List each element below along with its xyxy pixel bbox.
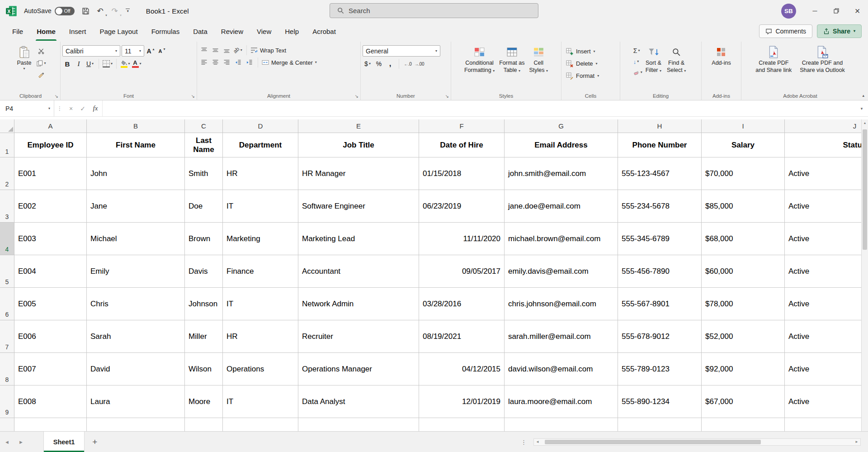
format-cells-button[interactable]: Format▾ <box>563 70 618 81</box>
cell-A9[interactable]: E008 <box>14 385 87 418</box>
column-header-J[interactable]: J <box>785 119 868 133</box>
cell-G10[interactable]: daniel.taylor@email.com <box>505 418 618 431</box>
row-header-8[interactable]: 8 <box>0 353 14 385</box>
fill-color-button[interactable]: ▾ <box>120 59 130 69</box>
cell-J7[interactable]: Active <box>785 320 868 353</box>
bold-button[interactable]: B <box>62 59 72 69</box>
close-button[interactable]: × <box>847 0 868 22</box>
cell-G7[interactable]: sarah.miller@email.com <box>505 320 618 353</box>
restore-button[interactable] <box>826 0 847 22</box>
cell-A1[interactable]: Employee ID <box>14 133 87 157</box>
hscroll-track[interactable] <box>541 439 853 445</box>
cell-H3[interactable]: 555-234-5678 <box>618 190 702 223</box>
cell-E1[interactable]: Job Title <box>298 133 419 157</box>
accounting-format-button[interactable]: $▾ <box>363 59 373 69</box>
cell-J5[interactable]: Active <box>785 255 868 288</box>
row-header-5[interactable]: 5 <box>0 255 14 288</box>
cell-B1[interactable]: First Name <box>87 133 185 157</box>
conditional-formatting-button[interactable]: Conditional Formatting ▾ <box>462 43 497 92</box>
horizontal-scroll-thumb[interactable] <box>545 440 761 444</box>
column-header-D[interactable]: D <box>223 119 298 133</box>
row-header-9[interactable]: 9 <box>0 385 14 418</box>
cell-F1[interactable]: Date of Hire <box>419 133 505 157</box>
cell-E6[interactable]: Network Admin <box>298 288 419 320</box>
cell-G8[interactable]: david.wilson@email.com <box>505 353 618 385</box>
tab-formulas[interactable]: Formulas <box>145 22 187 41</box>
column-header-H[interactable]: H <box>618 119 702 133</box>
horizontal-scrollbar[interactable]: ◄ ► <box>533 438 861 446</box>
increase-indent-button[interactable] <box>244 57 254 67</box>
cell-J2[interactable]: Active <box>785 157 868 190</box>
row-header-10[interactable]: 10 <box>0 418 14 431</box>
cell-J4[interactable]: Active <box>785 223 868 255</box>
row-header-3[interactable]: 3 <box>0 190 14 223</box>
cell-J3[interactable]: Active <box>785 190 868 223</box>
orientation-button[interactable]: ab▾ <box>233 45 243 55</box>
tab-data[interactable]: Data <box>186 22 214 41</box>
cell-C1[interactable]: Last Name <box>185 133 223 157</box>
tab-page-layout[interactable]: Page Layout <box>93 22 144 41</box>
cell-A5[interactable]: E004 <box>14 255 87 288</box>
customize-quick-access-button[interactable]: ▾ <box>123 4 133 18</box>
format-as-table-button[interactable]: Format as Table ▾ <box>497 43 527 92</box>
collapse-ribbon-button[interactable]: ▴ <box>862 93 864 98</box>
cell-J1[interactable]: Status <box>785 133 868 157</box>
cell-D2[interactable]: HR <box>223 157 298 190</box>
tab-view[interactable]: View <box>250 22 278 41</box>
cell-C2[interactable]: Smith <box>185 157 223 190</box>
redo-button[interactable]: ↷▾ <box>108 4 122 18</box>
cell-B6[interactable]: Chris <box>87 288 185 320</box>
cell-H9[interactable]: 555-890-1234 <box>618 385 702 418</box>
row-header-6[interactable]: 6 <box>0 288 14 320</box>
cell-E5[interactable]: Accountant <box>298 255 419 288</box>
column-header-E[interactable]: E <box>298 119 419 133</box>
cell-I10[interactable]: $64,000 <box>702 418 785 431</box>
column-header-F[interactable]: F <box>419 119 505 133</box>
cell-D6[interactable]: IT <box>223 288 298 320</box>
bottom-align-button[interactable] <box>222 45 231 55</box>
add-sheet-button[interactable]: + <box>85 438 105 446</box>
cell-B7[interactable]: Sarah <box>87 320 185 353</box>
row-header-4[interactable]: 4 <box>0 223 14 255</box>
cell-I9[interactable]: $67,000 <box>702 385 785 418</box>
tab-options-dots-icon[interactable]: ⋮ <box>521 438 527 445</box>
cell-D10[interactable]: Marketing <box>223 418 298 431</box>
copy-button[interactable]: ▾ <box>36 58 46 68</box>
align-right-button[interactable] <box>222 57 231 67</box>
cell-A6[interactable]: E005 <box>14 288 87 320</box>
create-pdf-outlook-button[interactable]: Create PDF and Share via Outlook <box>797 43 847 92</box>
comma-style-button[interactable]: , <box>385 59 395 69</box>
cell-D9[interactable]: IT <box>223 385 298 418</box>
sort-filter-button[interactable]: Sort & Filter ▾ <box>643 43 664 92</box>
cell-A10[interactable]: E009 <box>14 418 87 431</box>
formula-bar-divider-icon[interactable]: ⋮ <box>54 100 65 116</box>
create-pdf-share-link-button[interactable]: Create PDF and Share link <box>753 43 794 92</box>
cell-B2[interactable]: John <box>87 157 185 190</box>
cell-F4[interactable]: 11/11/2020 <box>419 223 505 255</box>
increase-font-size-button[interactable]: A▴ <box>146 46 156 56</box>
cell-F9[interactable]: 12/01/2019 <box>419 385 505 418</box>
cell-D1[interactable]: Department <box>223 133 298 157</box>
cell-G3[interactable]: jane.doe@email.com <box>505 190 618 223</box>
scroll-up-icon[interactable]: ▴ <box>862 121 868 125</box>
tab-acrobat[interactable]: Acrobat <box>306 22 343 41</box>
cell-B8[interactable]: David <box>87 353 185 385</box>
add-ins-button[interactable]: Add-ins <box>709 43 733 92</box>
cell-F7[interactable]: 08/19/2021 <box>419 320 505 353</box>
search-box[interactable]: Search <box>330 3 538 18</box>
cell-F6[interactable]: 03/28/2016 <box>419 288 505 320</box>
cell-E9[interactable]: Data Analyst <box>298 385 419 418</box>
row-header-2[interactable]: 2 <box>0 157 14 190</box>
delete-cells-button[interactable]: Delete▾ <box>563 58 618 69</box>
cell-H2[interactable]: 555-123-4567 <box>618 157 702 190</box>
cell-J10[interactable]: Active <box>785 418 868 431</box>
cell-I5[interactable]: $60,000 <box>702 255 785 288</box>
cell-A4[interactable]: E003 <box>14 223 87 255</box>
cell-D3[interactable]: IT <box>223 190 298 223</box>
cell-H5[interactable]: 555-456-7890 <box>618 255 702 288</box>
font-name-combo[interactable]: Calibri▾ <box>62 45 120 57</box>
align-center-button[interactable] <box>210 57 220 67</box>
find-select-button[interactable]: Find & Select ▾ <box>665 43 688 92</box>
cell-E10[interactable]: Content Strategist <box>298 418 419 431</box>
cell-I6[interactable]: $78,000 <box>702 288 785 320</box>
